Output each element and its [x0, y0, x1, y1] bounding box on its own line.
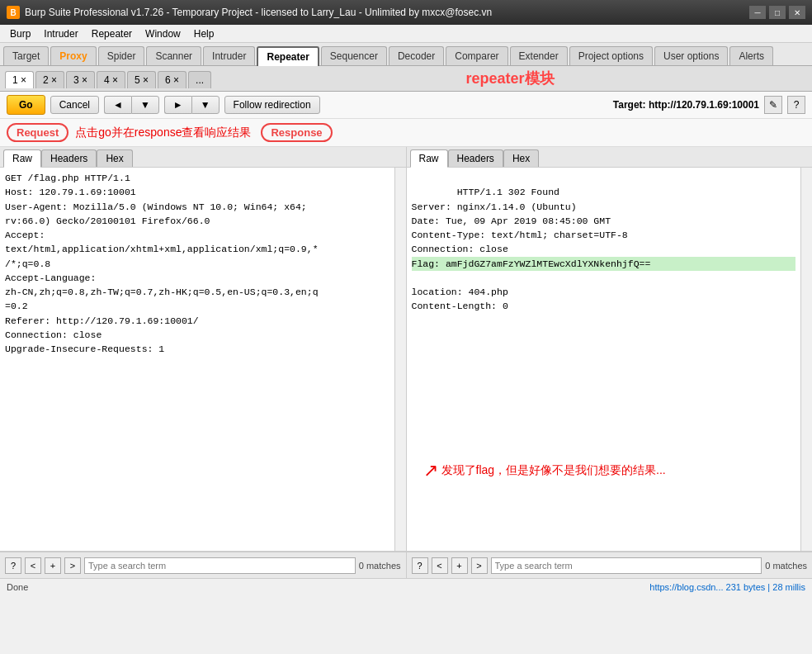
go-button[interactable]: Go — [7, 95, 45, 115]
response-search-help[interactable]: ? — [412, 557, 428, 574]
menu-intruder[interactable]: Intruder — [37, 26, 84, 41]
title-bar: B Burp Suite Professional v1.7.26 - Temp… — [0, 0, 812, 25]
request-scrollbar[interactable] — [394, 168, 406, 551]
request-search-matches: 0 matches — [359, 561, 401, 571]
arrow-icon: ↗ — [423, 456, 438, 485]
forward-button[interactable]: ► — [164, 96, 191, 114]
minimize-button[interactable]: ─ — [749, 6, 766, 19]
main-content: Raw Headers Hex GET /flag.php HTTP/1.1 H… — [0, 147, 812, 552]
status-bar: Done https://blog.csdn... 231 bytes | 28… — [0, 578, 812, 595]
response-scrollbar[interactable] — [800, 168, 812, 551]
window-title: Burp Suite Professional v1.7.26 - Tempor… — [25, 7, 749, 18]
tab-repeater[interactable]: Repeater — [257, 46, 319, 66]
request-content-area: GET /flag.php HTTP/1.1 Host: 120.79.1.69… — [0, 168, 406, 551]
request-label-callout: Request — [7, 123, 68, 142]
request-tab-hex[interactable]: Hex — [97, 149, 132, 167]
tab-project-options[interactable]: Project options — [569, 46, 653, 65]
tab-proxy[interactable]: Proxy — [50, 46, 96, 65]
toolbar: Go Cancel ◄ ▼ ► ▼ Follow redirection Tar… — [0, 92, 812, 119]
repeater-tab-3[interactable]: 3 × — [66, 71, 95, 88]
forward-dropdown-button[interactable]: ▼ — [191, 96, 220, 114]
tab-target[interactable]: Target — [3, 46, 49, 65]
close-button[interactable]: ✕ — [789, 6, 805, 19]
tab-alerts[interactable]: Alerts — [729, 46, 773, 65]
request-search-next[interactable]: > — [64, 557, 81, 574]
response-tab-bar: Raw Headers Hex — [407, 147, 813, 168]
request-panel: Raw Headers Hex GET /flag.php HTTP/1.1 H… — [0, 147, 407, 551]
response-panel: Raw Headers Hex HTTP/1.1 302 Found Serve… — [407, 147, 813, 551]
forward-nav-group[interactable]: ► ▼ — [164, 96, 220, 114]
maximize-button[interactable]: □ — [769, 6, 786, 19]
repeater-tab-more[interactable]: ... — [188, 71, 211, 88]
request-search-prev[interactable]: < — [25, 557, 41, 574]
request-text[interactable]: GET /flag.php HTTP/1.1 Host: 120.79.1.69… — [0, 168, 394, 551]
response-tab-headers[interactable]: Headers — [448, 149, 503, 167]
tab-intruder[interactable]: Intruder — [203, 46, 255, 65]
menu-burp[interactable]: Burp — [3, 26, 37, 41]
response-content-area: HTTP/1.1 302 Found Server: nginx/1.14.0 … — [407, 168, 813, 551]
request-tab-bar: Raw Headers Hex — [0, 147, 406, 168]
response-search-prev[interactable]: < — [432, 557, 448, 574]
tab-sequencer[interactable]: Sequencer — [321, 46, 387, 65]
menu-repeater[interactable]: Repeater — [85, 26, 139, 41]
repeater-tab-2[interactable]: 2 × — [35, 71, 64, 88]
repeater-tab-4[interactable]: 4 × — [97, 71, 125, 88]
response-cn-annotation: ↗ 发现了flag，但是好像不是我们想要的结果... — [423, 456, 666, 485]
request-tab-raw[interactable]: Raw — [3, 149, 41, 168]
request-search-bar: ? < + > 0 matches — [0, 552, 407, 578]
target-edit-button[interactable]: ✎ — [764, 96, 782, 114]
back-dropdown-button[interactable]: ▼ — [131, 96, 159, 114]
tab-scanner[interactable]: Scanner — [146, 46, 201, 65]
response-text[interactable]: HTTP/1.1 302 Found Server: nginx/1.14.0 … — [407, 168, 801, 551]
response-flag-line: Flag: amFjdGZ7amFzYWZlMTEwcXdlYXNkenhjfQ… — [412, 257, 796, 271]
cancel-button[interactable]: Cancel — [50, 96, 99, 114]
back-button[interactable]: ◄ — [104, 96, 131, 114]
follow-redirect-button[interactable]: Follow redirection — [224, 96, 320, 114]
repeater-tab-6[interactable]: 6 × — [158, 71, 186, 88]
response-after-flag: location: 404.php Content-Length: 0 — [412, 287, 508, 311]
repeater-tab-5[interactable]: 5 × — [127, 71, 156, 88]
response-search-bar: ? < + > 0 matches — [407, 552, 813, 578]
response-search-next[interactable]: > — [471, 557, 488, 574]
annotation-cn-text: 点击go并在response查看响应结果 — [75, 126, 251, 140]
window-controls[interactable]: ─ □ ✕ — [749, 6, 805, 19]
request-search-help[interactable]: ? — [5, 557, 21, 574]
repeater-subtab-bar: 1 × 2 × 3 × 4 × 5 × 6 × ... repeater模块 — [0, 66, 812, 92]
request-search-input[interactable] — [84, 557, 356, 574]
repeater-title-label: repeater模块 — [213, 69, 807, 88]
main-tab-bar: Target Proxy Spider Scanner Intruder Rep… — [0, 43, 812, 66]
response-search-input[interactable] — [491, 557, 762, 574]
status-left: Done — [7, 582, 28, 592]
tab-spider[interactable]: Spider — [98, 46, 145, 65]
response-search-add[interactable]: + — [451, 557, 468, 574]
tab-user-options[interactable]: User options — [654, 46, 728, 65]
response-label-callout: Response — [261, 123, 332, 142]
menu-window[interactable]: Window — [139, 26, 187, 41]
menu-help[interactable]: Help — [187, 26, 221, 41]
response-search-matches: 0 matches — [765, 561, 807, 571]
tab-comparer[interactable]: Comparer — [446, 46, 508, 65]
tab-extender[interactable]: Extender — [510, 46, 568, 65]
back-nav-group[interactable]: ◄ ▼ — [104, 96, 159, 114]
target-help-button[interactable]: ? — [787, 96, 805, 114]
response-tab-raw[interactable]: Raw — [410, 149, 448, 168]
response-before-flag: HTTP/1.1 302 Found Server: nginx/1.14.0 … — [412, 187, 628, 254]
app-icon: B — [7, 6, 20, 19]
search-bars: ? < + > 0 matches ? < + > 0 matches — [0, 552, 812, 578]
annotation-row: Request 点击go并在response查看响应结果 Response — [0, 119, 812, 147]
menu-bar: Burp Intruder Repeater Window Help — [0, 25, 812, 43]
request-tab-headers[interactable]: Headers — [41, 149, 97, 167]
request-search-add[interactable]: + — [45, 557, 61, 574]
repeater-tab-1[interactable]: 1 × — [5, 71, 34, 88]
status-right: https://blog.csdn... 231 bytes | 28 mill… — [649, 582, 805, 592]
response-tab-hex[interactable]: Hex — [503, 149, 539, 167]
tab-decoder[interactable]: Decoder — [389, 46, 444, 65]
target-label: Target: http://120.79.1.69:10001 — [613, 99, 759, 111]
